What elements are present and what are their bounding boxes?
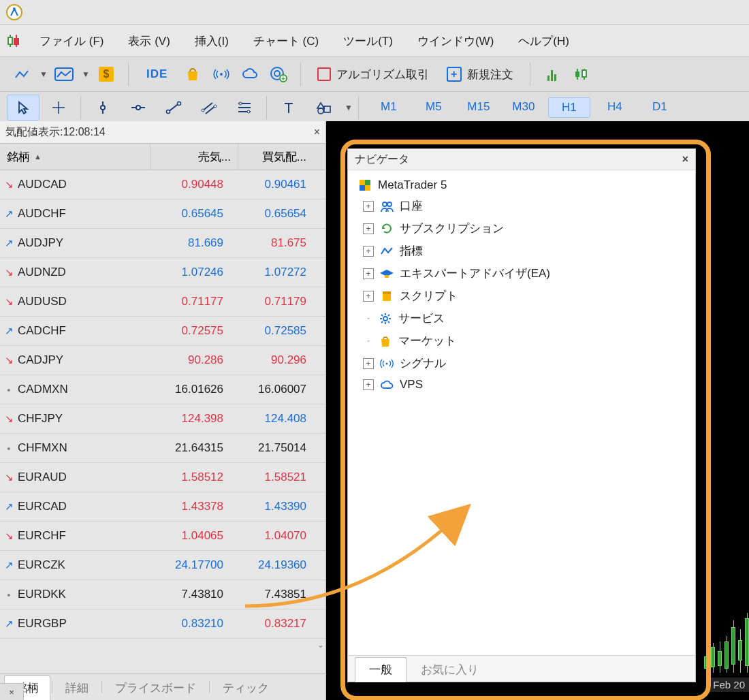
mt5-icon bbox=[357, 178, 372, 192]
mw-tab[interactable]: ティック bbox=[211, 675, 281, 700]
tree-label: サブスクリプション bbox=[400, 221, 504, 236]
timeframe-d1[interactable]: D1 bbox=[639, 97, 680, 118]
menu-item[interactable]: ツール(T) bbox=[331, 29, 405, 53]
channel-tool-icon[interactable] bbox=[193, 95, 225, 121]
close-icon[interactable]: × bbox=[314, 126, 320, 138]
tree-item[interactable]: +エキスパートアドバイザ(EA) bbox=[357, 262, 690, 285]
timeframe-m5[interactable]: M5 bbox=[413, 97, 454, 118]
tree-item[interactable]: +サブスクリプション bbox=[357, 217, 690, 240]
chart-type-icon[interactable] bbox=[5, 29, 27, 52]
ask-price: 24.19360 bbox=[230, 558, 325, 572]
mw-tab[interactable]: プライスボード bbox=[103, 675, 208, 700]
hline-tool-icon[interactable] bbox=[122, 95, 155, 121]
ide-button[interactable]: IDE bbox=[138, 62, 176, 86]
expand-icon[interactable]: + bbox=[363, 379, 374, 390]
close-icon[interactable]: × bbox=[682, 153, 688, 165]
trend-up-icon: ↗ bbox=[0, 325, 18, 337]
algo-trading-button[interactable]: アルゴリズム取引 bbox=[310, 62, 436, 86]
tree-item[interactable]: ···サービス bbox=[357, 307, 690, 330]
trend-up-icon: ↗ bbox=[0, 559, 18, 571]
expand-icon[interactable]: + bbox=[363, 223, 374, 234]
timeframe-m30[interactable]: M30 bbox=[503, 97, 544, 118]
dropdown-caret-icon[interactable]: ▼ bbox=[82, 69, 90, 79]
symbol-row[interactable]: ↗AUDJPY81.66981.675 bbox=[0, 229, 325, 258]
chevron-down-icon[interactable]: ⌄ bbox=[317, 640, 324, 650]
signal-icon[interactable] bbox=[209, 62, 234, 86]
symbol-row[interactable]: ↘CHFJPY124.398124.408 bbox=[0, 404, 325, 434]
cursor-tool-icon[interactable] bbox=[7, 95, 39, 121]
symbol-row[interactable]: ↗EURGBP0.832100.83217 bbox=[0, 609, 325, 639]
menu-item[interactable]: 挿入(I) bbox=[182, 29, 241, 53]
text-tool-icon[interactable] bbox=[272, 95, 305, 121]
symbol-row[interactable]: ↘CADJPY90.28690.296 bbox=[0, 346, 325, 375]
shopping-bag-icon[interactable] bbox=[180, 62, 205, 86]
dropdown-caret-icon[interactable]: ▼ bbox=[39, 69, 48, 79]
dollar-icon[interactable]: $ bbox=[94, 62, 118, 86]
symbol-row[interactable]: •CADMXN16.0162616.06007 bbox=[0, 375, 325, 404]
stop-icon bbox=[317, 67, 331, 81]
nav-tab[interactable]: 一般 bbox=[355, 657, 407, 682]
symbol-row[interactable]: •EURDKK7.438107.43851 bbox=[0, 580, 325, 609]
col-ask[interactable]: 買気配... bbox=[238, 149, 325, 165]
col-symbol[interactable]: 銘柄 ▲ bbox=[0, 149, 150, 165]
mw-tab[interactable]: 詳細 bbox=[54, 675, 100, 700]
menu-item[interactable]: ヘルプ(H) bbox=[506, 29, 581, 53]
timeframe-h1[interactable]: H1 bbox=[548, 97, 590, 118]
tree-item[interactable]: +スクリプト bbox=[357, 285, 690, 307]
timeframe-h4[interactable]: H4 bbox=[594, 97, 635, 118]
menu-item[interactable]: ウインドウ(W) bbox=[405, 29, 506, 53]
svg-rect-15 bbox=[575, 71, 579, 77]
symbol-row[interactable]: •CHFMXN21.6431521.75014 bbox=[0, 434, 325, 463]
crosshair-tool-icon[interactable] bbox=[42, 95, 75, 121]
radar-add-icon[interactable]: + bbox=[266, 62, 291, 86]
expand-icon[interactable]: + bbox=[363, 201, 374, 212]
tree-label: 口座 bbox=[400, 198, 423, 214]
expand-icon[interactable]: + bbox=[363, 358, 374, 369]
tree-root[interactable]: MetaTrader 5 bbox=[357, 176, 690, 195]
timeframe-m15[interactable]: M15 bbox=[458, 97, 499, 118]
bottom-close-icon[interactable]: × bbox=[0, 683, 24, 700]
menu-item[interactable]: 表示 (V) bbox=[116, 29, 182, 53]
dropdown-caret-icon[interactable]: ▼ bbox=[345, 103, 353, 112]
tree-item[interactable]: +口座 bbox=[357, 195, 690, 217]
trend-up-icon: ↗ bbox=[0, 237, 18, 249]
line-chart-icon[interactable] bbox=[10, 62, 34, 86]
symbol-row[interactable]: ↗EURCZK24.1770024.19360 bbox=[0, 551, 325, 580]
symbol-row[interactable]: ↘AUDUSD0.711770.71179 bbox=[0, 287, 325, 317]
cloud-icon[interactable] bbox=[238, 62, 262, 86]
bars-green-icon[interactable] bbox=[540, 62, 564, 86]
trendline-tool-icon[interactable] bbox=[157, 95, 190, 121]
menu-item[interactable]: チャート (C) bbox=[241, 29, 331, 53]
tree-item[interactable]: ···マーケット bbox=[357, 330, 690, 352]
col-bid[interactable]: 売気... bbox=[150, 149, 238, 165]
expand-icon[interactable]: + bbox=[363, 268, 374, 279]
shapes-tool-icon[interactable] bbox=[308, 95, 340, 121]
expand-icon[interactable]: + bbox=[363, 291, 374, 302]
tree-item[interactable]: +シグナル bbox=[357, 352, 690, 375]
timeframe-m1[interactable]: M1 bbox=[368, 97, 409, 118]
title-bar: 5 bbox=[0, 0, 749, 25]
expand-icon[interactable]: + bbox=[363, 246, 374, 257]
svg-point-11 bbox=[274, 71, 280, 76]
symbol-row[interactable]: ↗EURCAD1.433781.43390 bbox=[0, 492, 325, 522]
tree-item[interactable]: +指標 bbox=[357, 240, 690, 262]
fib-tool-icon[interactable] bbox=[228, 95, 261, 121]
candles-green-icon[interactable] bbox=[569, 62, 593, 86]
vline-tool-icon[interactable] bbox=[86, 95, 119, 121]
symbol-row[interactable]: ↘EURCHF1.040651.04070 bbox=[0, 522, 325, 551]
nav-tab[interactable]: お気に入り bbox=[407, 657, 493, 682]
ask-price: 0.90461 bbox=[230, 178, 325, 191]
symbol-row[interactable]: ↘AUDNZD1.072461.07272 bbox=[0, 258, 325, 287]
area-chart-icon[interactable] bbox=[52, 62, 76, 86]
tree-item[interactable]: +VPS bbox=[357, 375, 690, 395]
new-order-button[interactable]: +新規注文 bbox=[440, 62, 520, 86]
symbol-name: EURCHF bbox=[18, 529, 143, 543]
bid-price: 0.90448 bbox=[143, 178, 230, 191]
symbol-row[interactable]: ↗CADCHF0.725750.72585 bbox=[0, 317, 325, 346]
symbol-row[interactable]: ↘AUDCAD0.904480.90461 bbox=[0, 170, 325, 200]
svg-point-26 bbox=[178, 102, 181, 106]
symbol-row[interactable]: ↘EURAUD1.585121.58521 bbox=[0, 463, 325, 492]
ask-price: 90.296 bbox=[230, 353, 325, 367]
menu-item[interactable]: ファイル (F) bbox=[27, 29, 116, 53]
symbol-row[interactable]: ↗AUDCHF0.656450.65654 bbox=[0, 200, 325, 229]
